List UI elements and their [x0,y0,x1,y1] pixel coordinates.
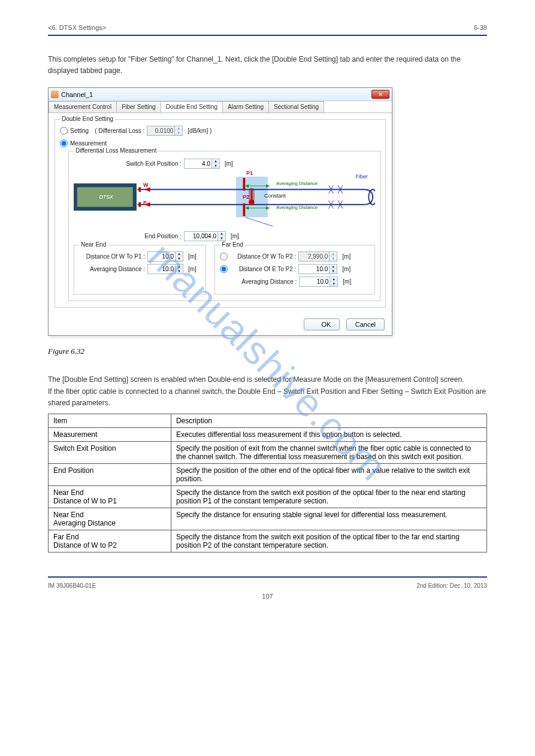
tab-double-end-setting[interactable]: Double End Setting [161,101,223,113]
radio-far-opt2[interactable] [220,265,228,273]
tab-fiber-setting[interactable]: Fiber Setting [116,101,161,113]
radio-measurement-label: Measurement [70,140,107,147]
ok-button[interactable]: OK [304,318,340,330]
diff-loss-unit: [dB/km] ) [188,127,211,134]
switch-exit-input[interactable] [185,159,211,168]
switch-exit-label: Switch Exit Position : [116,160,182,167]
desc-cell: Specify the distance from the switch exi… [171,485,486,508]
header-left: <6. DTSX Settings> [48,24,106,31]
th-description: Description [171,414,486,427]
table-row: Near End Distance of W to P1Specify the … [49,485,487,508]
window-title: Channel_1 [61,91,93,98]
far-opt2-label: Distance Of E To P2 : [230,266,296,272]
double-end-setting-group: Double End Setting Setting ( Differentia… [55,119,386,308]
far-avg-input[interactable] [300,277,330,286]
tab-alarm-setting[interactable]: Alarm Setting [222,101,269,113]
svg-rect-16 [243,204,245,216]
radio-setting-label: Setting [70,127,89,134]
th-item: Item [49,414,171,427]
spinner-down-icon[interactable]: ▼ [330,282,337,287]
spinner-up-icon[interactable]: ▲ [176,252,183,257]
spinner-up-icon[interactable]: ▲ [330,265,337,269]
near-avg-label: Averaging Distance : [79,266,145,272]
far-avg-spinner[interactable]: ▲▼ [299,277,338,287]
svg-rect-15 [243,178,245,191]
notes-paragraph: The [Double End Setting] screen is enabl… [48,374,487,409]
footer-right: 2nd Edition: Dec. 10, 2013 [416,582,487,589]
near-avg-input[interactable] [148,265,175,274]
close-icon[interactable]: ✕ [371,90,389,99]
item-cell: Near End Distance of W to P1 [49,485,171,508]
rule-bottom [48,576,487,578]
spinner-down-icon[interactable]: ▼ [212,164,219,169]
svg-rect-13 [138,187,141,192]
far-opt1-label: Distance Of W To P2 : [230,253,296,260]
near-dist-label: Distance Of W To P1 : [79,253,145,260]
table-header-row: Item Description [49,414,487,427]
item-cell: Near End Averaging Distance [49,508,171,530]
spinner-up-icon[interactable]: ▲ [330,277,337,282]
items-table: Item Description MeasurementExecutes dif… [48,414,487,552]
switch-exit-spinner[interactable]: ▲▼ [184,159,220,169]
desc-cell: Executes differential loss measurement i… [171,427,486,441]
far-opt2-unit: [m] [342,266,350,272]
desc-cell: Specify the position of exit from the ch… [171,441,486,463]
figure-caption: Figure 6.32 [48,347,487,356]
table-row: Far End Distance of W to P2Specify the d… [49,530,487,552]
far-end-group: Far End Distance Of W To P2 : ▲▼ [m] [214,245,375,294]
end-position-label: End Position : [116,233,182,239]
p2-text: P2 [243,194,249,200]
near-dist-spinner[interactable]: ▲▼ [147,251,183,262]
diff-loss-spinner: ▲▼ [147,126,183,136]
spinner-down-icon[interactable]: ▼ [176,269,183,274]
spinner-up-icon[interactable]: ▲ [212,159,219,164]
group-legend: Double End Setting [60,116,115,122]
spinner-down-icon[interactable]: ▼ [176,257,183,262]
tab-sectional-setting[interactable]: Sectional Setting [268,101,324,113]
page-number: 107 [48,593,487,600]
dlm-legend: Differential Loss Measurement [74,147,158,154]
table-row: End PositionSpecify the position of the … [49,463,487,485]
desc-cell: Specify the distance from the switch exi… [171,530,486,552]
far-opt2-spinner[interactable]: ▲▼ [298,264,337,274]
svg-text:DTSX: DTSX [99,194,114,200]
item-cell: Measurement [49,427,171,441]
fiber-diagram: DTSX [74,172,375,226]
radio-far-opt1[interactable] [220,253,228,260]
far-opt2-input[interactable] [299,265,329,274]
intro-paragraph: This completes setup for "Fiber Setting"… [48,54,487,77]
svg-rect-14 [138,202,141,207]
spinner-up-icon[interactable]: ▲ [218,232,225,236]
dialog-window: Channel_1 ✕ Measurement Control Fiber Se… [48,87,392,336]
rule-top [48,35,487,36]
titlebar: Channel_1 ✕ [49,88,392,101]
avg-label-1: Averaging Distance [276,181,318,186]
w-label: W [143,182,149,188]
header-right: 6-38 [474,24,487,31]
near-avg-unit: [m] [188,266,197,272]
cancel-button[interactable]: Cancel [346,318,385,330]
far-end-legend: Far End [220,241,245,248]
diff-loss-measurement-group: Differential Loss Measurement Switch Exi… [68,151,380,301]
svg-marker-25 [266,207,270,210]
p1-text: P1 [246,170,253,176]
tab-measurement-control[interactable]: Measurement Control [49,101,117,113]
near-avg-spinner[interactable]: ▲▼ [147,264,183,274]
end-position-unit: [m] [231,233,239,239]
far-opt1-unit: [m] [342,253,350,260]
radio-setting[interactable] [60,127,68,135]
far-avg-unit: [m] [343,278,351,285]
spinner-up-icon[interactable]: ▲ [176,265,183,269]
fiber-label: Fiber [355,174,368,180]
radio-measurement[interactable] [60,139,68,147]
window-icon [51,90,59,98]
end-position-spinner[interactable]: ▲▼ [184,231,226,241]
near-dist-input[interactable] [148,252,175,261]
spinner-down-icon[interactable]: ▼ [218,236,225,241]
diff-loss-label: ( Differential Loss : [95,127,144,134]
avg-label-2: Averaging Distance [276,205,318,210]
spinner-down-icon[interactable]: ▼ [330,269,337,274]
near-dist-unit: [m] [188,253,197,260]
end-position-input[interactable] [185,232,217,241]
footer-left: IM 39J06B40-01E [48,582,96,589]
